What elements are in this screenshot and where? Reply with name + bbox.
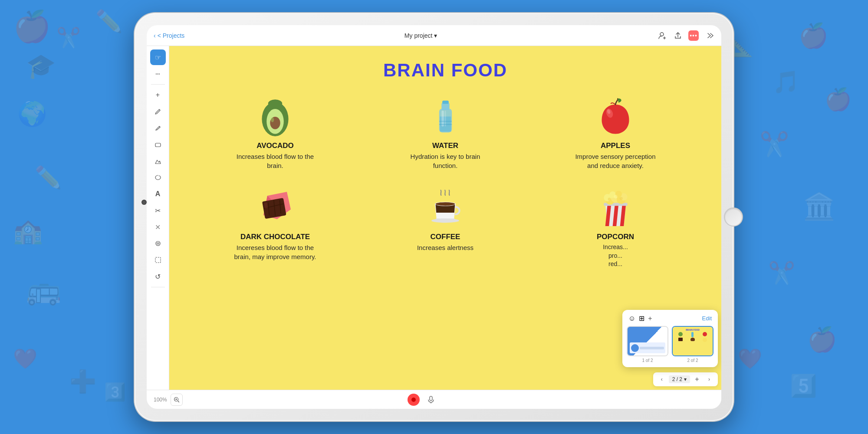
food-item-coffee[interactable]: COFFEE Increases alertness xyxy=(360,182,530,272)
project-chevron: ▾ xyxy=(434,32,437,39)
top-bar: ‹ < Projects My project ▾ xyxy=(147,25,721,46)
svg-point-46 xyxy=(619,197,622,200)
shape-edit-button[interactable] xyxy=(150,153,166,169)
add-page-icon[interactable]: + xyxy=(648,315,652,322)
water-image xyxy=(434,95,457,138)
page-thumbnail-popup: ☺ ⊞ + Edit xyxy=(622,310,718,367)
next-page-button[interactable]: › xyxy=(704,374,714,385)
avocado-desc: Increases blood flow to the brain. xyxy=(232,152,319,170)
thumbnails-row: 1 of 2 BRAIN FOOD xyxy=(627,326,713,363)
coffee-name: COFFEE xyxy=(431,233,460,241)
canvas[interactable]: BRAIN FOOD xyxy=(169,46,721,390)
add-page-button[interactable]: + xyxy=(692,374,702,385)
pencil-tool-button[interactable] xyxy=(150,120,166,136)
apples-name: APPLES xyxy=(601,141,630,150)
edit-button[interactable]: Edit xyxy=(702,315,712,322)
thumb-1-preview xyxy=(628,327,667,355)
ipad-frame: ‹ < Projects My project ▾ xyxy=(135,13,733,421)
svg-point-45 xyxy=(614,194,618,198)
top-bar-actions: ••• xyxy=(657,30,714,41)
select-tool-button[interactable]: ☞ xyxy=(150,49,166,65)
mic-button[interactable] xyxy=(425,394,437,406)
svg-rect-12 xyxy=(442,100,449,103)
apple-image xyxy=(596,95,635,138)
project-title-area[interactable]: My project ▾ xyxy=(184,32,657,39)
text-tool-button[interactable]: A xyxy=(150,186,166,202)
ipad-screen: ‹ < Projects My project ▾ xyxy=(147,25,721,409)
back-chevron: ‹ xyxy=(154,32,156,39)
coffee-image xyxy=(428,186,463,229)
prev-page-button[interactable]: ‹ xyxy=(657,374,667,385)
svg-point-3 xyxy=(157,243,159,244)
thumb-2-preview: BRAIN FOOD xyxy=(673,327,713,355)
zoom-search-button[interactable] xyxy=(171,394,183,406)
share-button[interactable] xyxy=(673,30,683,41)
svg-rect-1 xyxy=(155,143,161,147)
popcorn-image xyxy=(597,186,634,229)
pen-tool-button[interactable] xyxy=(150,104,166,119)
svg-point-2 xyxy=(156,241,160,246)
left-toolbar: ☞ ••• + xyxy=(147,46,169,390)
popup-icons: ☺ ⊞ + xyxy=(628,314,652,322)
avocado-image xyxy=(256,95,295,138)
scissors-tool-button[interactable]: ✂ xyxy=(150,203,166,218)
undo-button[interactable]: ↺ xyxy=(150,269,166,284)
content-area: ☞ ••• + xyxy=(147,46,721,390)
food-grid: AVOCADO Increases blood flow to the brai… xyxy=(190,91,700,272)
project-title: My project xyxy=(404,32,433,39)
svg-point-29 xyxy=(431,219,459,223)
food-item-water[interactable]: WATER Hydration is key to brain function… xyxy=(360,91,530,174)
food-item-apples[interactable]: APPLES Improve sensory perception and re… xyxy=(530,91,700,174)
forward-button[interactable] xyxy=(704,30,714,41)
food-item-popcorn[interactable]: POPCORN Increas...pro...red... xyxy=(530,182,700,272)
page-indicator[interactable]: 2 / 2 ▾ xyxy=(669,375,690,383)
select-rect-button[interactable] xyxy=(150,252,166,268)
toolbar-divider-1 xyxy=(151,84,165,85)
delete-button[interactable]: ✕ xyxy=(150,219,166,235)
smiley-icon: ☺ xyxy=(628,315,635,322)
circle-tool-button[interactable] xyxy=(150,236,166,251)
ipad-side-button xyxy=(142,201,146,204)
food-item-chocolate[interactable]: DARK CHOCOLATE Incereses blood flow to t… xyxy=(190,182,360,272)
svg-rect-14 xyxy=(441,110,444,126)
tool-dots: ••• xyxy=(150,66,166,82)
more-options-button[interactable]: ••• xyxy=(688,30,699,41)
svg-point-44 xyxy=(608,197,611,201)
page-thumb-2[interactable]: BRAIN FOOD xyxy=(672,326,713,356)
water-desc: Hydration is key to brain function. xyxy=(402,152,489,170)
chocolate-image xyxy=(256,186,295,229)
water-name: WATER xyxy=(432,141,458,150)
back-navigation[interactable]: ‹ < Projects xyxy=(154,32,184,39)
canvas-title: BRAIN FOOD xyxy=(190,60,700,81)
coffee-desc: Increases alertness xyxy=(417,243,473,252)
add-element-button[interactable]: + xyxy=(150,87,166,103)
grid-icon: ⊞ xyxy=(639,314,644,322)
add-person-button[interactable] xyxy=(657,30,667,41)
svg-rect-50 xyxy=(430,396,432,401)
page-1-label: 1 of 2 xyxy=(627,358,668,363)
toolbar-divider-2 xyxy=(151,287,165,287)
back-label[interactable]: < Projects xyxy=(158,32,185,39)
ipad-home-button[interactable] xyxy=(724,207,743,227)
chocolate-desc: Incereses blood flow to the brain, may i… xyxy=(232,243,319,261)
svg-point-31 xyxy=(436,202,455,206)
popcorn-desc-partial: Increas...pro...red... xyxy=(603,243,628,269)
svg-rect-4 xyxy=(155,257,161,263)
record-button[interactable] xyxy=(408,394,420,406)
svg-rect-15 xyxy=(444,110,446,126)
svg-point-0 xyxy=(660,33,664,36)
bottom-bar: 100% xyxy=(147,390,721,409)
page-2-label: 2 of 2 xyxy=(672,358,713,363)
page-thumb-1[interactable] xyxy=(627,326,668,356)
food-item-avocado[interactable]: AVOCADO Increases blood flow to the brai… xyxy=(190,91,360,174)
popcorn-name: POPCORN xyxy=(597,233,634,241)
page-navigation: ‹ 2 / 2 ▾ + › xyxy=(653,372,718,386)
svg-point-9 xyxy=(268,99,282,107)
eraser-tool-button[interactable] xyxy=(150,137,166,152)
zoom-controls: 100% xyxy=(154,394,183,406)
apples-desc: Improve sensory perception and reduce an… xyxy=(572,152,659,170)
page-chevron: ▾ xyxy=(684,376,687,382)
lasso-tool-button[interactable] xyxy=(150,170,166,185)
zoom-level: 100% xyxy=(154,397,167,403)
media-controls xyxy=(408,394,437,406)
